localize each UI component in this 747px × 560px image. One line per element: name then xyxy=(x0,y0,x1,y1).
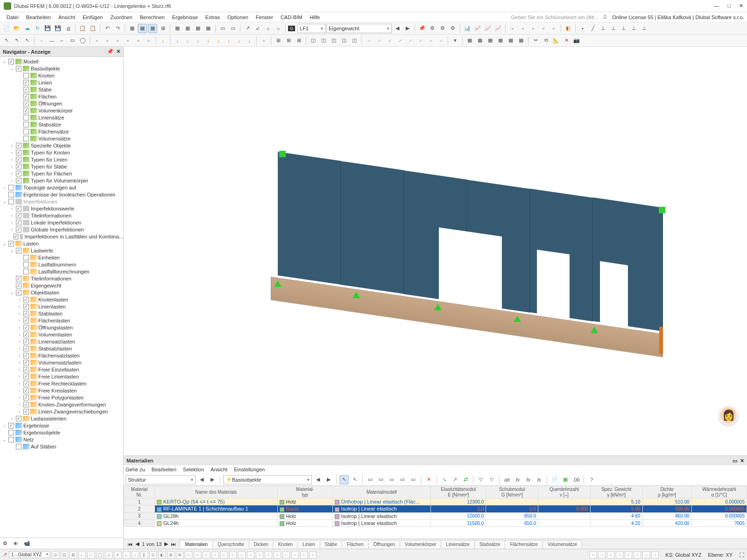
j8-icon[interactable]: ⟋ xyxy=(436,36,445,45)
d3-icon[interactable]: ⌐ xyxy=(57,36,67,45)
loadcase-combo[interactable]: LF1 xyxy=(297,24,325,33)
tree-item[interactable]: ⌄Lastwerte xyxy=(0,247,123,254)
menu-hilfe[interactable]: Hilfe xyxy=(306,14,324,21)
prev-page-icon[interactable]: ◀ xyxy=(135,541,139,547)
import-icon[interactable]: ↘ xyxy=(439,475,449,484)
tab-materialien[interactable]: Materialien xyxy=(180,540,213,548)
tree-item[interactable]: ⌄Basisobjekte xyxy=(0,65,123,72)
maximize-button[interactable]: □ xyxy=(727,3,731,9)
tree-item[interactable]: ›Freie Kreislasten xyxy=(0,387,123,394)
tree-item[interactable]: ›Typen für Volumenkörper xyxy=(0,177,123,184)
next-icon[interactable]: ▶ xyxy=(403,24,412,33)
col-header[interactable]: MaterialNr. xyxy=(124,486,155,498)
k1-icon[interactable]: ▾ xyxy=(451,36,460,45)
tree-item[interactable]: ›Typen für Stäbe xyxy=(0,163,123,170)
close-button[interactable]: ✕ xyxy=(739,3,743,9)
e2-icon[interactable]: ▫ xyxy=(103,36,112,45)
last-page-icon[interactable]: ⏭ xyxy=(171,541,176,547)
axis-icon[interactable]: ↗ xyxy=(3,552,7,558)
grid-c-icon[interactable]: ▦ xyxy=(486,36,495,45)
v1-icon[interactable]: ⊞ xyxy=(274,36,283,45)
n2-icon[interactable]: ╱ xyxy=(588,24,598,33)
mat-prev2-icon[interactable]: ◀ xyxy=(313,475,323,484)
section-icon[interactable]: ▭ xyxy=(218,24,227,33)
mat-menu-einstellungen[interactable]: Einstellungen xyxy=(234,467,265,472)
tree-item[interactable]: ›Imperfektionswerte xyxy=(0,205,123,212)
grid-a-icon[interactable]: ▦ xyxy=(465,36,474,45)
tool-x-icon[interactable]: ✂ xyxy=(531,36,540,45)
tree-item[interactable]: ›Stabsatzlasten xyxy=(0,345,123,352)
sort-icon[interactable]: ▽ xyxy=(487,475,496,484)
tab-flächensätze[interactable]: Flächensätze xyxy=(505,540,543,548)
t1-icon[interactable]: ▫ xyxy=(508,24,517,33)
res3-icon[interactable]: 📈 xyxy=(483,24,493,33)
prev-icon[interactable]: ◀ xyxy=(393,24,402,33)
tree-item[interactable]: ›Typen für Flächen xyxy=(0,170,123,177)
tree-item[interactable]: ›Stablasten xyxy=(0,310,123,317)
e3-icon[interactable]: ▫ xyxy=(113,36,122,45)
materials-table[interactable]: MaterialNr.Name des MaterialsMaterial-ty… xyxy=(124,486,747,527)
solid-icon[interactable]: ▦ xyxy=(138,24,147,33)
tree-item[interactable]: Stäbe xyxy=(0,86,123,93)
n1-icon[interactable]: • xyxy=(578,24,587,33)
sel-icon[interactable]: ↖ xyxy=(2,36,11,45)
res4-icon[interactable]: 📈 xyxy=(493,24,503,33)
tree-item[interactable]: Volumensätze xyxy=(0,135,123,142)
nav-eye-icon[interactable]: 👁 xyxy=(13,541,18,546)
grid-e-icon[interactable]: ▦ xyxy=(506,36,515,45)
v3-icon[interactable]: ⊞ xyxy=(294,36,303,45)
g2-icon[interactable]: ↓ xyxy=(183,36,192,45)
grid-d-icon[interactable]: ▦ xyxy=(496,36,505,45)
grid-f-icon[interactable]: ▦ xyxy=(516,36,526,45)
tree-item[interactable]: ›Liniensatzlasten xyxy=(0,338,123,345)
col-header[interactable]: Materialmodell xyxy=(332,486,430,498)
mat-next2-icon[interactable]: ▶ xyxy=(324,475,333,484)
tree-item[interactable]: Knoten xyxy=(0,72,123,79)
del-icon[interactable]: ✕ xyxy=(562,36,571,45)
mat-prev-icon[interactable]: ◀ xyxy=(197,475,206,484)
unit-icon[interactable]: .00 xyxy=(571,475,581,484)
tree-item[interactable]: ›Freie Polygonlasten xyxy=(0,394,123,401)
exchange-icon[interactable]: ⇄ xyxy=(461,475,470,484)
next-page-icon[interactable]: ▶ xyxy=(164,541,168,547)
view-icon[interactable]: ⊞ xyxy=(158,24,168,33)
tree-item[interactable]: ›Freie Linienlasten xyxy=(0,373,123,380)
grid3-icon[interactable]: ▦ xyxy=(193,24,203,33)
cursor-icon[interactable]: ↖ xyxy=(339,475,349,484)
refresh-icon[interactable]: ↻ xyxy=(33,24,42,33)
d5-icon[interactable]: ◯ xyxy=(78,36,87,45)
menu-fenster[interactable]: Fenster xyxy=(252,14,277,21)
menu-ansicht[interactable]: Ansicht xyxy=(55,14,79,21)
coord-system-combo[interactable]: 1 - Global XYZ xyxy=(9,551,50,558)
mat-menu-ansicht[interactable]: Ansicht xyxy=(211,467,227,472)
excel-icon[interactable]: ▦ xyxy=(561,475,570,484)
tree-item[interactable]: ›Flächensatzlasten xyxy=(0,352,123,359)
tree-item[interactable]: ›Knotenlasten xyxy=(0,296,123,303)
tree-item[interactable]: Ergebnisobjekte xyxy=(0,429,123,436)
tree-item[interactable]: ›Ergebnisse xyxy=(0,422,123,429)
j7-icon[interactable]: ⟋ xyxy=(426,36,435,45)
menu-cad-bim[interactable]: CAD-BIM xyxy=(277,14,306,21)
d2-icon[interactable]: — xyxy=(47,36,56,45)
mat-menu-gehe zu[interactable]: Gehe zu xyxy=(126,467,145,472)
menu-optionen[interactable]: Optionen xyxy=(224,14,252,21)
t3-icon[interactable]: ▫ xyxy=(529,24,538,33)
doc-icon[interactable]: 📄 xyxy=(550,475,559,484)
pin-icon[interactable]: 📌 xyxy=(107,49,113,55)
table-row[interactable]: 2 RF-LAMINATE 1 | Schichtenaufbau 1 Basi… xyxy=(124,505,747,512)
f1-icon[interactable]: ↓ xyxy=(158,36,168,45)
tree-item[interactable]: ⌄Netz xyxy=(0,436,123,443)
g3-icon[interactable]: ↓ xyxy=(193,36,203,45)
loadcase-name-combo[interactable]: Eigengewicht xyxy=(326,24,392,33)
grid-b-icon[interactable]: ▦ xyxy=(475,36,485,45)
tree-item[interactable]: ›Typen für Linien xyxy=(0,156,123,163)
fx3-icon[interactable]: fx xyxy=(524,475,533,484)
tab-stabsätze[interactable]: Stabsätze xyxy=(474,540,505,548)
res2-icon[interactable]: 📈 xyxy=(473,24,482,33)
n7-icon[interactable]: ⊥ xyxy=(640,24,649,33)
tree-item[interactable]: ›Öffnungslasten xyxy=(0,324,123,331)
cloud-icon[interactable]: ☁ xyxy=(22,24,32,33)
sec2-icon[interactable]: ▭ xyxy=(228,24,238,33)
e5-icon[interactable]: ▫ xyxy=(134,36,143,45)
row1-icon[interactable]: ▭ xyxy=(366,475,375,484)
